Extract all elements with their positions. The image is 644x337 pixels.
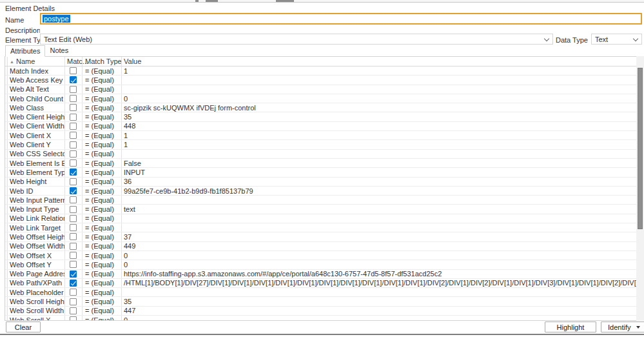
match-checkbox[interactable]	[70, 168, 77, 176]
attribute-value-cell[interactable]	[122, 85, 636, 94]
match-type-cell[interactable]: = (Equal)	[83, 316, 122, 321]
match-type-cell[interactable]: = (Equal)	[83, 94, 122, 103]
table-row[interactable]: Web Element Is Edita... = (Equal) False	[5, 159, 636, 168]
match-type-cell[interactable]: = (Equal)	[83, 260, 122, 269]
table-row[interactable]: Web Offset X = (Equal) 0	[5, 251, 636, 260]
match-checkbox[interactable]	[70, 289, 77, 296]
name-input[interactable]: postype	[40, 13, 642, 25]
match-type-cell[interactable]: = (Equal)	[83, 307, 122, 315]
match-type-cell[interactable]: = (Equal)	[83, 178, 122, 186]
table-scrollbar[interactable]	[636, 56, 644, 321]
match-checkbox[interactable]	[70, 114, 77, 121]
column-header-match[interactable]: Matc...	[65, 57, 83, 66]
tab-notes[interactable]: Notes	[45, 45, 73, 56]
match-type-cell[interactable]: = (Equal)	[83, 242, 122, 250]
match-checkbox[interactable]	[70, 141, 77, 148]
table-row[interactable]: Web Client Width = (Equal) 448	[5, 122, 636, 131]
table-row[interactable]: Web ID = (Equal) 99a25fe7-ce9b-41b2-b9d9…	[5, 187, 636, 196]
table-row[interactable]: Web CSS Selector = (Equal)	[5, 150, 636, 159]
match-type-cell[interactable]: = (Equal)	[83, 279, 122, 287]
table-row[interactable]: Web Client X = (Equal) 1	[5, 131, 636, 140]
match-type-cell[interactable]: = (Equal)	[83, 76, 122, 84]
table-row[interactable]: Web Alt Text = (Equal)	[5, 85, 636, 94]
column-header-match-type[interactable]: Match Type	[83, 57, 122, 66]
attribute-value-cell[interactable]: 35	[122, 297, 636, 305]
attribute-value-cell[interactable]: 0	[122, 94, 636, 103]
table-row[interactable]: Web Link Target = (Equal)	[5, 223, 636, 232]
table-row[interactable]: Web Offset Y = (Equal) 0	[5, 260, 636, 269]
match-checkbox[interactable]	[70, 178, 77, 185]
column-header-value[interactable]: Value	[122, 57, 636, 66]
match-type-cell[interactable]: = (Equal)	[83, 270, 122, 278]
match-checkbox[interactable]	[70, 123, 77, 130]
table-row[interactable]: Web Offset Height = (Equal) 37	[5, 232, 636, 241]
attribute-value-cell[interactable]: 1	[122, 140, 636, 148]
attribute-value-cell[interactable]: https://info-staffing-app.s3.amazonaws.c…	[122, 270, 636, 278]
match-checkbox[interactable]	[70, 298, 77, 305]
attribute-value-cell[interactable]	[122, 196, 636, 204]
match-type-cell[interactable]: = (Equal)	[83, 251, 122, 260]
highlight-button[interactable]: Highlight	[545, 322, 596, 332]
table-row[interactable]: Web Placeholder Text = (Equal)	[5, 288, 636, 297]
identify-button[interactable]: Identify	[601, 322, 644, 332]
match-checkbox[interactable]	[70, 271, 77, 278]
attribute-value-cell[interactable]: 447	[122, 307, 636, 315]
match-type-cell[interactable]: = (Equal)	[83, 297, 122, 305]
attribute-value-cell[interactable]: 0	[122, 251, 636, 260]
table-row[interactable]: Web Input Type = (Equal) text	[5, 205, 636, 214]
attribute-value-cell[interactable]: False	[122, 159, 636, 167]
attribute-value-cell[interactable]: 448	[122, 122, 636, 130]
match-checkbox[interactable]	[70, 280, 77, 287]
scrollbar-thumb[interactable]	[638, 68, 643, 229]
match-type-cell[interactable]: = (Equal)	[83, 140, 122, 148]
match-checkbox[interactable]	[70, 233, 77, 240]
table-row[interactable]: Web Client Y = (Equal) 1	[5, 140, 636, 149]
attribute-value-cell[interactable]	[122, 76, 636, 84]
match-checkbox[interactable]	[70, 104, 77, 111]
match-type-cell[interactable]: = (Equal)	[83, 223, 122, 232]
match-type-cell[interactable]: = (Equal)	[83, 131, 122, 139]
match-checkbox[interactable]	[70, 95, 77, 102]
match-type-cell[interactable]: = (Equal)	[83, 159, 122, 167]
element-type-dropdown[interactable]: Text Edit (Web)	[40, 34, 553, 45]
match-type-cell[interactable]: = (Equal)	[83, 103, 122, 112]
attribute-value-cell[interactable]: sc-gipzik sc-kUQWMX ifVDEj form-control	[122, 103, 636, 112]
match-type-cell[interactable]: = (Equal)	[83, 232, 122, 241]
attribute-value-cell[interactable]	[122, 223, 636, 232]
attribute-value-cell[interactable]: 0	[122, 260, 636, 269]
match-checkbox[interactable]	[70, 261, 77, 268]
match-checkbox[interactable]	[70, 150, 77, 158]
table-row[interactable]: Web Page Address = (Equal) https://info-…	[5, 270, 636, 279]
attribute-value-cell[interactable]: text	[122, 205, 636, 213]
table-row[interactable]: Web Class = (Equal) sc-gipzik sc-kUQWMX …	[5, 103, 636, 112]
match-type-cell[interactable]: = (Equal)	[83, 122, 122, 130]
match-checkbox[interactable]	[70, 159, 77, 167]
match-type-cell[interactable]: = (Equal)	[83, 187, 122, 195]
match-type-cell[interactable]: = (Equal)	[83, 150, 122, 158]
table-row[interactable]: Web Client Height = (Equal) 35	[5, 112, 636, 121]
match-checkbox[interactable]	[70, 307, 77, 314]
table-row[interactable]: Web Child Count = (Equal) 0	[5, 94, 636, 103]
attribute-value-cell[interactable]: 99a25fe7-ce9b-41b2-b9d9-fb1f85137b79	[122, 187, 636, 195]
attribute-value-cell[interactable]: 1	[122, 66, 636, 75]
match-type-cell[interactable]: = (Equal)	[83, 66, 122, 75]
table-row[interactable]: Match Index = (Equal) 1	[5, 66, 636, 76]
description-input[interactable]	[40, 25, 642, 34]
attribute-value-cell[interactable]	[122, 214, 636, 223]
match-checkbox[interactable]	[70, 76, 77, 83]
match-checkbox[interactable]	[70, 316, 77, 321]
table-row[interactable]: Web Element Type = (Equal) INPUT	[5, 168, 636, 177]
match-checkbox[interactable]	[70, 206, 77, 213]
match-checkbox[interactable]	[70, 252, 77, 259]
attribute-value-cell[interactable]: 35	[122, 112, 636, 121]
match-type-cell[interactable]: = (Equal)	[83, 205, 122, 213]
attribute-value-cell[interactable]	[122, 288, 636, 296]
match-checkbox[interactable]	[70, 215, 77, 222]
match-checkbox[interactable]	[70, 187, 77, 194]
attribute-value-cell[interactable]: 0	[122, 316, 636, 321]
match-type-cell[interactable]: = (Equal)	[83, 168, 122, 176]
table-row[interactable]: Web Access Key = (Equal)	[5, 76, 636, 85]
clear-button[interactable]: Clear	[6, 322, 41, 332]
match-checkbox[interactable]	[70, 132, 77, 139]
table-row[interactable]: Web Height = (Equal) 36	[5, 178, 636, 187]
